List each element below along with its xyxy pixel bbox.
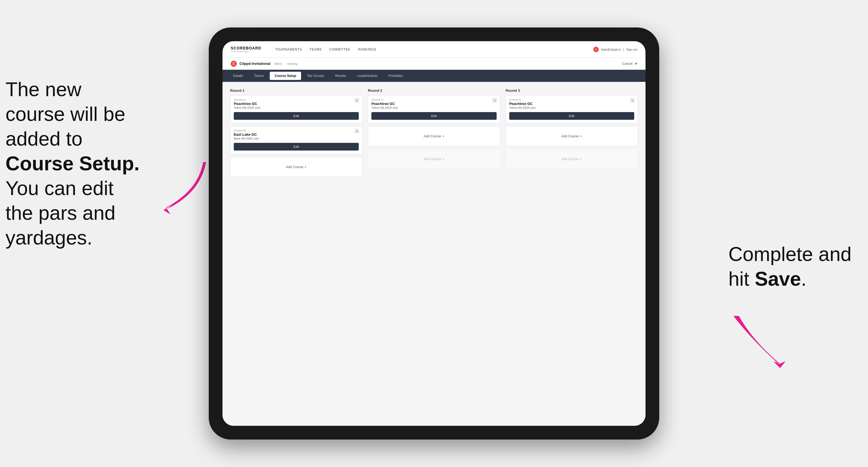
top-nav: SCOREBOARD Powered by clippd TOURNAMENTS…	[222, 41, 646, 58]
tournament-name: Clippd Invitational	[240, 62, 271, 66]
nav-rankings[interactable]: RANKINGS	[358, 48, 376, 51]
arrow-left-icon	[124, 159, 212, 220]
round-3-column: Round 3 ⊟ (Course A) Peachtree GC Yellow…	[506, 89, 638, 180]
round-3-course-a-card: ⊟ (Course A) Peachtree GC Yellow (M) (66…	[506, 95, 638, 123]
tournament-bar: C Clippd Invitational (Men) Hosting Canc…	[222, 58, 646, 70]
round-3-course-a-edit-button[interactable]: Edit	[509, 112, 634, 120]
round-3-course-a-details: Yellow (M) (6629 yds)	[509, 106, 634, 109]
rounds-grid: Round 1 ⊟ (Course A) Peachtree GC Yellow…	[230, 89, 638, 180]
nav-separator: |	[623, 48, 624, 51]
round-2-course-a-name: Peachtree GC	[371, 102, 496, 106]
tablet-screen: SCOREBOARD Powered by clippd TOURNAMENTS…	[222, 41, 646, 426]
tournament-gender: (Men)	[274, 62, 282, 65]
round-2-course-a-edit-button[interactable]: Edit	[371, 112, 496, 120]
tab-teams[interactable]: Teams	[249, 72, 269, 80]
arrow-right-icon	[725, 313, 813, 374]
tab-tee-groups[interactable]: Tee Groups	[302, 72, 329, 80]
round-2-course-a-card: ⊟ (Course A) Peachtree GC Yellow (M) (66…	[368, 95, 500, 123]
logo-subtitle: Powered by clippd	[231, 50, 261, 53]
round-2-column: Round 2 ⊟ (Course A) Peachtree GC Yellow…	[368, 89, 500, 180]
user-email: blair@clippd.io	[601, 48, 621, 51]
round-1-add-course-button[interactable]: Add Course +	[230, 157, 362, 177]
round-1-column: Round 1 ⊟ (Course A) Peachtree GC Yellow…	[230, 89, 362, 180]
round-1-course-a-name: Peachtree GC	[234, 102, 359, 106]
round-3-add-course-disabled-label: Add Course	[561, 157, 579, 161]
annotation-left: The newcourse will beadded toCourse Setu…	[5, 77, 140, 250]
round-3-title: Round 3	[506, 89, 638, 93]
tab-printables[interactable]: Printables	[383, 72, 408, 80]
top-nav-right: b blair@clippd.io | Sign out	[593, 47, 637, 52]
nav-teams[interactable]: TEAMS	[310, 48, 322, 51]
clippd-logo: C	[231, 61, 237, 67]
annotation-right-text: Complete andhit Save.	[728, 243, 851, 290]
tab-results[interactable]: Results	[330, 72, 351, 80]
round-2-add-course-disabled-label: Add Course	[424, 157, 441, 161]
cancel-button[interactable]: Cancel ✕	[622, 62, 637, 66]
round-1-course-a-card: ⊟ (Course A) Peachtree GC Yellow (M) (66…	[230, 95, 362, 123]
round-2-add-course-label: Add Course	[424, 134, 441, 138]
annotation-left-text: The newcourse will beadded toCourse Setu…	[5, 78, 140, 249]
round-1-course-a-details: Yellow (M) (6629 yds)	[234, 106, 359, 109]
round-2-add-course-disabled-plus-icon: +	[442, 157, 444, 161]
round-2-add-course-disabled: Add Course +	[368, 149, 500, 169]
round-3-add-course-plus-icon: +	[580, 134, 582, 138]
nav-tournaments[interactable]: TOURNAMENTS	[275, 48, 302, 51]
tab-details[interactable]: Details	[228, 72, 248, 80]
user-avatar: b	[593, 47, 599, 52]
round-2-course-a-details: Yellow (M) (6629 yds)	[371, 106, 496, 109]
tournament-status: Hosting	[287, 62, 297, 65]
round-1-course-a-label: (Course A)	[234, 98, 359, 101]
tab-bar: Details Teams Course Setup Tee Groups Re…	[222, 70, 646, 82]
main-content: Round 1 ⊟ (Course A) Peachtree GC Yellow…	[222, 82, 646, 426]
tablet-frame: SCOREBOARD Powered by clippd TOURNAMENTS…	[209, 28, 659, 439]
round-3-add-course-button[interactable]: Add Course +	[506, 126, 638, 146]
nav-links: TOURNAMENTS TEAMS COMMITTEE RANKINGS	[275, 48, 582, 51]
tournament-left: C Clippd Invitational (Men) Hosting	[231, 61, 298, 67]
round-1-add-course-plus-icon: +	[305, 165, 307, 169]
cancel-x-icon: ✕	[634, 62, 637, 66]
round-3-course-a-delete-button[interactable]: ⊟	[630, 98, 635, 103]
round-1-add-course-label: Add Course	[286, 165, 303, 169]
round-1-course-b-label: (Course B)	[234, 129, 359, 132]
round-1-course-a-edit-button[interactable]: Edit	[234, 112, 359, 120]
round-2-course-a-delete-button[interactable]: ⊟	[492, 98, 497, 103]
round-3-course-a-name: Peachtree GC	[509, 102, 634, 106]
sign-out-link[interactable]: Sign out	[626, 48, 637, 51]
round-1-course-a-delete-button[interactable]: ⊟	[354, 98, 359, 103]
tab-leaderboards[interactable]: Leaderboards	[352, 72, 382, 80]
logo-area: SCOREBOARD Powered by clippd	[231, 46, 261, 53]
annotation-right: Complete andhit Save.	[728, 242, 851, 291]
round-1-course-b-card: ⊟ (Course B) East Lake GC Black (M) (689…	[230, 126, 362, 154]
round-1-title: Round 1	[230, 89, 362, 93]
round-3-add-course-label: Add Course	[561, 134, 579, 138]
round-1-course-b-edit-button[interactable]: Edit	[234, 143, 359, 151]
round-2-add-course-plus-icon: +	[442, 134, 444, 138]
round-1-course-b-name: East Lake GC	[234, 132, 359, 136]
round-2-add-course-button[interactable]: Add Course +	[368, 126, 500, 146]
round-2-course-a-label: (Course A)	[371, 98, 496, 101]
round-3-add-course-disabled-plus-icon: +	[580, 157, 582, 161]
nav-committee[interactable]: COMMITTEE	[329, 48, 350, 51]
round-1-course-b-details: Black (M) (6891 yds)	[234, 137, 359, 140]
round-3-add-course-disabled: Add Course +	[506, 149, 638, 169]
scoreboard-logo: SCOREBOARD	[231, 46, 261, 50]
round-3-course-a-label: (Course A)	[509, 98, 634, 101]
round-2-title: Round 2	[368, 89, 500, 93]
tab-course-setup[interactable]: Course Setup	[270, 72, 301, 80]
round-1-course-b-delete-button[interactable]: ⊟	[354, 129, 359, 133]
